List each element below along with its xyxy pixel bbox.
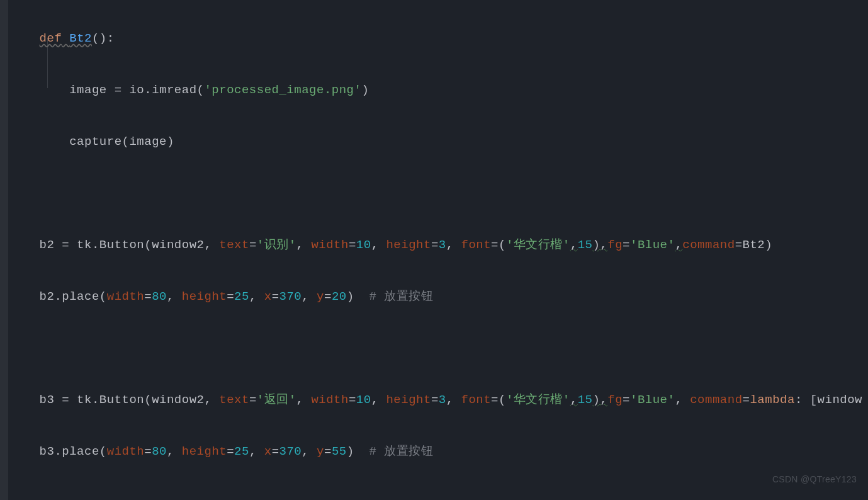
string-literal: 'Blue' xyxy=(630,238,675,252)
string-literal: 'Blue' xyxy=(630,393,675,407)
code-line[interactable]: capture(image) xyxy=(9,129,862,155)
kwarg: y xyxy=(317,290,324,304)
kwarg: height xyxy=(386,393,431,407)
code-line-blank[interactable] xyxy=(9,491,862,500)
kwarg: height xyxy=(386,238,431,252)
string-literal: '华文行楷' xyxy=(506,393,570,407)
code-line[interactable]: b3.place(width=80, height=25, x=370, y=5… xyxy=(9,439,862,465)
string-literal: '识别' xyxy=(257,238,296,252)
code-text: b3.place( xyxy=(40,445,107,458)
kwarg: width xyxy=(311,393,349,407)
func-name: Bt2 xyxy=(69,31,92,45)
code-line-blank[interactable] xyxy=(9,336,862,361)
string-literal: 'processed_image.png' xyxy=(204,83,361,97)
kwarg: command xyxy=(690,393,742,407)
number: 80 xyxy=(152,445,167,458)
string-literal: '返回' xyxy=(257,393,296,407)
keyword-def: def xyxy=(40,31,62,45)
code-line[interactable]: b2.place(width=80, height=25, x=370, y=2… xyxy=(9,284,862,310)
code-line[interactable]: image = io.imread('processed_image.png') xyxy=(9,77,862,103)
watermark: CSDN @QTreeY123 xyxy=(772,467,857,492)
number: 20 xyxy=(332,290,347,304)
kwarg: width xyxy=(107,290,145,304)
number: 25 xyxy=(234,445,249,458)
code-line-blank[interactable] xyxy=(9,181,862,207)
kwarg: height xyxy=(182,445,227,458)
number: 15 xyxy=(578,238,593,252)
comment: # 放置按钮 xyxy=(369,445,433,458)
kwarg: width xyxy=(107,445,145,458)
code-text: b2.place( xyxy=(40,290,107,304)
number: 3 xyxy=(439,393,446,407)
number: 25 xyxy=(234,290,249,304)
code-text: b2 = tk.Button(window2, xyxy=(40,238,220,252)
code-text: capture(image) xyxy=(69,135,174,149)
code-line[interactable]: b2 = tk.Button(window2, text='识别', width… xyxy=(9,232,862,258)
number: 10 xyxy=(356,393,371,407)
number: 3 xyxy=(439,238,446,252)
kwarg: text xyxy=(219,238,249,252)
comment: # 放置按钮 xyxy=(369,290,433,304)
keyword-lambda: lambda xyxy=(750,393,794,407)
kwarg: width xyxy=(311,238,349,252)
code-editor[interactable]: def Bt2(): image = io.imread('processed_… xyxy=(9,0,862,500)
kwarg: y xyxy=(317,445,324,458)
code-text: b3 = tk.Button(window2, xyxy=(40,393,220,407)
gutter xyxy=(0,0,8,500)
code-text: image = io.imread( xyxy=(69,83,204,97)
code-line[interactable]: b3 = tk.Button(window2, text='返回', width… xyxy=(9,387,862,413)
kwarg: x xyxy=(264,290,272,304)
parens: (): xyxy=(92,31,115,45)
kwarg: height xyxy=(182,290,227,304)
kwarg: font xyxy=(461,393,492,407)
code-line[interactable]: def Bt2(): xyxy=(9,26,862,52)
kwarg: x xyxy=(264,445,272,458)
kwarg: font xyxy=(461,238,492,252)
number: 80 xyxy=(152,290,167,304)
kwarg: fg xyxy=(607,393,623,407)
kwarg: command xyxy=(682,238,735,252)
kwarg: fg xyxy=(607,238,623,252)
kwarg: text xyxy=(219,393,249,407)
number: 370 xyxy=(279,290,302,304)
number: 370 xyxy=(279,445,302,458)
number: 15 xyxy=(578,393,593,407)
string-literal: '华文行楷' xyxy=(506,238,570,252)
number: 10 xyxy=(356,238,371,252)
number: 55 xyxy=(332,445,347,458)
